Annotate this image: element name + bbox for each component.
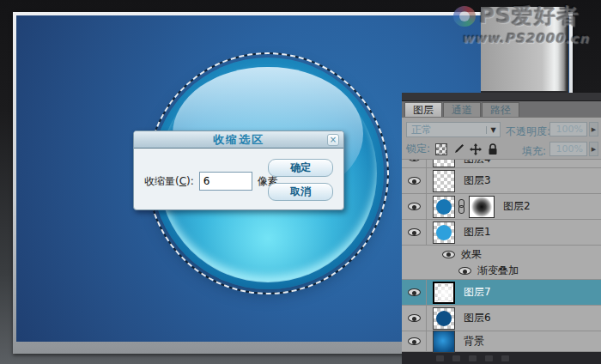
fill-label: 填充: xyxy=(522,144,546,159)
visibility-cell[interactable] xyxy=(402,168,427,193)
mask-link-icon[interactable] xyxy=(457,199,465,215)
contract-selection-dialog: 收缩选区 × 收缩量(C): 像素 确定 取消 xyxy=(133,130,344,210)
eye-icon[interactable] xyxy=(408,203,421,210)
visibility-cell[interactable] xyxy=(402,331,427,351)
blue-circle-thumb xyxy=(436,311,452,326)
layer-thumbnail[interactable] xyxy=(433,307,455,330)
layer-name: 图层3 xyxy=(464,173,491,188)
close-icon[interactable]: × xyxy=(327,134,339,146)
visibility-cell[interactable] xyxy=(402,306,427,331)
panel-bottom-icon[interactable] xyxy=(485,355,493,361)
layer-name: 图层4 xyxy=(464,160,491,167)
eye-icon[interactable] xyxy=(408,288,421,296)
panel-bottom-icon[interactable] xyxy=(452,355,460,361)
blue-circle-thumb xyxy=(436,225,452,240)
opacity-label: 不透明度: xyxy=(506,124,550,139)
eye-icon[interactable] xyxy=(458,267,471,275)
blend-mode-select[interactable]: 正常 ▼ xyxy=(406,122,501,137)
layer-name: 图层6 xyxy=(464,311,491,325)
chevron-down-icon[interactable]: ▼ xyxy=(486,126,500,134)
layer-controls: 正常 ▼ 不透明度: 100% ▶ 锁定: 填充: 100% ▶ xyxy=(402,118,601,160)
layer-row-3[interactable]: 图层3 xyxy=(402,168,601,194)
tab-layers[interactable]: 图层 xyxy=(404,102,442,117)
layer-name: 背景 xyxy=(464,334,484,349)
dialog-title: 收缩选区 xyxy=(134,132,343,148)
lock-position-move-icon[interactable] xyxy=(470,143,482,155)
layer-row-6[interactable]: 图层6 xyxy=(402,306,601,331)
visibility-cell[interactable] xyxy=(402,280,427,305)
layer-list: 图层4 图层3 图层2 图层1 效果 xyxy=(402,160,601,352)
layer-thumbnail[interactable] xyxy=(433,282,455,304)
panel-bottom-icon[interactable] xyxy=(469,355,477,361)
visibility-cell[interactable] xyxy=(402,220,427,245)
lock-pixels-brush-icon[interactable] xyxy=(452,143,464,155)
layer-thumbnail[interactable] xyxy=(433,170,455,192)
eye-icon[interactable] xyxy=(408,160,421,161)
eye-icon[interactable] xyxy=(442,251,455,258)
partial-panel-top-right xyxy=(481,7,568,93)
panel-bottom-icon[interactable] xyxy=(501,355,509,361)
layer-name: 图层2 xyxy=(503,199,531,214)
layer-row-1[interactable]: 图层1 xyxy=(402,220,601,246)
layer-name: 图层7 xyxy=(464,285,491,300)
layer-thumbnail[interactable] xyxy=(433,196,455,218)
layers-panel: 图层 通道 路径 正常 ▼ 不透明度: 100% ▶ 锁定: 填充: 100% … xyxy=(402,93,601,364)
fill-arrow-icon[interactable]: ▶ xyxy=(589,142,598,156)
eye-icon[interactable] xyxy=(408,337,421,345)
effect-gradient-overlay-row[interactable]: 渐变叠加 xyxy=(402,263,601,280)
contract-amount-row: 收缩量(C): 像素 xyxy=(144,172,278,191)
contract-amount-label: 收缩量(C): xyxy=(144,174,194,189)
layer-name: 图层1 xyxy=(464,225,491,240)
lock-all-icon[interactable] xyxy=(487,143,499,155)
layer-row-2[interactable]: 图层2 xyxy=(402,194,601,220)
contract-amount-input[interactable] xyxy=(199,172,252,191)
effect-name: 渐变叠加 xyxy=(477,264,519,278)
effects-label: 效果 xyxy=(461,247,482,262)
layer-row-4[interactable]: 图层4 xyxy=(402,160,601,168)
white-highlight-thumb xyxy=(436,285,453,302)
tab-channels[interactable]: 通道 xyxy=(443,102,481,117)
tab-paths[interactable]: 路径 xyxy=(482,102,519,117)
blend-mode-value: 正常 xyxy=(407,123,486,137)
cancel-button[interactable]: 取消 xyxy=(268,183,333,201)
fill-field[interactable]: 100% xyxy=(549,142,587,156)
layer-row-background[interactable]: 背景 xyxy=(402,331,601,352)
opacity-arrow-icon[interactable]: ▶ xyxy=(589,122,598,136)
layer-thumbnail[interactable] xyxy=(433,160,455,167)
panel-bottom-icon[interactable] xyxy=(436,355,444,361)
dialog-body: 收缩量(C): 像素 确定 取消 xyxy=(134,149,343,210)
opacity-field[interactable]: 100% xyxy=(549,122,587,136)
lock-row: 锁定: xyxy=(406,142,499,156)
effects-header-row[interactable]: 效果 xyxy=(402,246,601,263)
dialog-titlebar[interactable]: 收缩选区 × xyxy=(134,131,343,149)
layer-thumbnail[interactable] xyxy=(433,221,455,244)
visibility-cell[interactable] xyxy=(402,194,427,219)
layer-mask-thumbnail[interactable] xyxy=(469,196,495,218)
lock-transparency-icon[interactable] xyxy=(435,143,447,155)
panel-tabs: 图层 通道 路径 xyxy=(402,101,601,118)
ok-button[interactable]: 确定 xyxy=(268,159,333,177)
visibility-cell[interactable] xyxy=(402,160,427,167)
eye-icon[interactable] xyxy=(408,177,421,185)
eye-icon[interactable] xyxy=(408,228,421,236)
background-thumbnail[interactable] xyxy=(433,331,455,353)
lock-label: 锁定: xyxy=(406,142,430,156)
panel-bottom-bar xyxy=(402,352,601,364)
blue-circle-thumb xyxy=(436,199,452,215)
eye-icon[interactable] xyxy=(408,314,421,322)
panel-titlebar[interactable] xyxy=(402,93,601,101)
layer-row-7-selected[interactable]: 图层7 xyxy=(402,280,601,306)
